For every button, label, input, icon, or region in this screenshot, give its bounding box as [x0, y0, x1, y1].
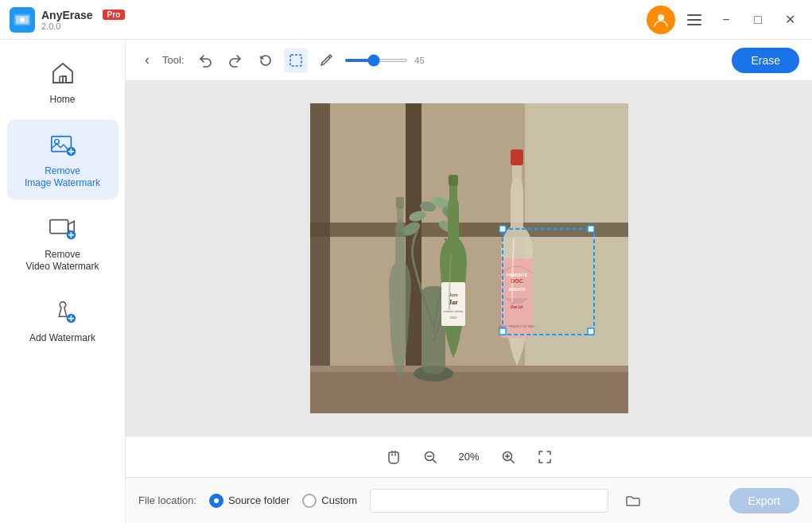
svg-rect-49: [499, 226, 506, 232]
brush-size-input[interactable]: [344, 59, 408, 62]
svg-rect-47: [396, 197, 404, 208]
app-logo: [10, 7, 35, 33]
pan-button[interactable]: [382, 445, 406, 469]
brush-button[interactable]: [314, 48, 338, 72]
toolbar: ‹ Tool:: [126, 40, 812, 81]
export-button[interactable]: Export: [729, 488, 799, 513]
erase-button[interactable]: Erase: [732, 48, 799, 73]
tool-label: Tool:: [162, 54, 184, 66]
svg-rect-32: [449, 175, 458, 186]
svg-rect-5: [687, 19, 701, 21]
svg-text:PIEMONTE: PIEMONTE: [506, 273, 527, 277]
svg-rect-31: [449, 183, 457, 211]
undo-button[interactable]: [193, 48, 217, 72]
sidebar-item-remove-image[interactable]: RemoveImage Watermark: [7, 119, 118, 200]
svg-text:smooth shiraz: smooth shiraz: [443, 309, 463, 313]
home-icon: [47, 57, 79, 89]
menu-button[interactable]: [682, 7, 707, 33]
folder-path-input[interactable]: [370, 489, 608, 513]
back-button[interactable]: ‹: [138, 48, 156, 72]
title-bar: AnyErase Pro 2.0.0 − □ ✕: [0, 0, 812, 40]
add-watermark-label: Add Watermark: [29, 332, 95, 345]
rect-select-button[interactable]: [284, 48, 308, 72]
main-image: Jam Jar smooth shiraz 2020: [310, 103, 628, 413]
rotate-button[interactable]: [254, 48, 278, 72]
svg-text:ROSATO: ROSATO: [508, 287, 525, 292]
maximize-button[interactable]: □: [745, 7, 771, 33]
remove-video-icon: [47, 212, 79, 244]
svg-text:Due Liti: Due Liti: [511, 305, 523, 309]
remove-video-label: RemoveVideo Watermark: [25, 249, 99, 273]
file-location-bar: File location: Source folder Custom Expo…: [126, 477, 812, 523]
close-button[interactable]: ✕: [777, 7, 802, 33]
remove-image-icon: [47, 129, 79, 161]
svg-rect-11: [49, 219, 68, 233]
app-name-group: AnyErase Pro 2.0.0: [41, 9, 125, 31]
svg-rect-38: [512, 163, 522, 195]
title-bar-right: − □ ✕: [647, 6, 802, 34]
home-label: Home: [49, 94, 75, 107]
svg-rect-14: [290, 55, 301, 66]
svg-rect-52: [588, 328, 594, 335]
file-location-label: File location:: [138, 494, 196, 506]
zoom-value: 20%: [455, 451, 484, 463]
svg-rect-4: [687, 14, 701, 16]
brush-size-value: 45: [411, 56, 427, 65]
pro-badge: Pro: [103, 10, 126, 20]
app-name: AnyErase: [41, 9, 93, 21]
browse-folder-button[interactable]: [621, 489, 645, 513]
svg-rect-39: [511, 149, 523, 165]
custom-radio[interactable]: [302, 494, 317, 508]
svg-point-2: [20, 17, 25, 22]
redo-button[interactable]: [223, 48, 247, 72]
source-folder-radio[interactable]: [209, 494, 223, 508]
svg-rect-51: [499, 328, 506, 335]
sidebar: Home RemoveImage Watermark: [0, 40, 126, 523]
svg-rect-21: [310, 366, 628, 413]
minimize-button[interactable]: −: [713, 7, 739, 33]
sidebar-item-home[interactable]: Home: [7, 48, 118, 116]
svg-point-3: [658, 14, 664, 21]
source-folder-group: Source folder: [209, 494, 289, 508]
svg-rect-22: [310, 366, 628, 372]
image-container: Jam Jar smooth shiraz 2020: [310, 103, 628, 413]
avatar-button[interactable]: [647, 6, 675, 34]
add-watermark-icon: [47, 296, 79, 327]
svg-rect-46: [397, 207, 403, 233]
custom-group: Custom: [302, 494, 357, 508]
sidebar-item-add-watermark[interactable]: Add Watermark: [7, 286, 118, 354]
main-layout: Home RemoveImage Watermark: [0, 40, 812, 523]
canvas-area[interactable]: Jam Jar smooth shiraz 2020: [126, 81, 812, 436]
source-folder-label: Source folder: [228, 494, 289, 506]
zoom-in-button[interactable]: [496, 445, 520, 469]
zoom-out-button[interactable]: [418, 445, 442, 469]
remove-image-label: RemoveImage Watermark: [25, 165, 100, 190]
app-version: 2.0.0: [41, 21, 125, 31]
size-slider: 45: [344, 56, 427, 65]
custom-label: Custom: [321, 494, 357, 506]
fit-screen-button[interactable]: [533, 445, 557, 469]
content-area: ‹ Tool:: [126, 40, 812, 523]
bottom-controls: 20%: [126, 436, 812, 477]
svg-text:2020: 2020: [449, 316, 457, 320]
svg-rect-6: [687, 24, 701, 25]
svg-rect-50: [588, 226, 594, 232]
sidebar-item-remove-video[interactable]: RemoveVideo Watermark: [7, 203, 118, 283]
